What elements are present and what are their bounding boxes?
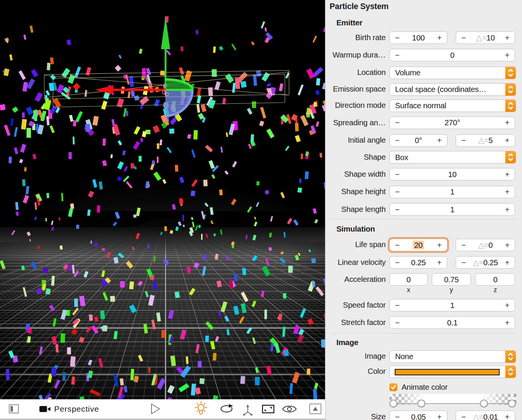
svg-text:Perspective: Perspective xyxy=(54,404,99,413)
